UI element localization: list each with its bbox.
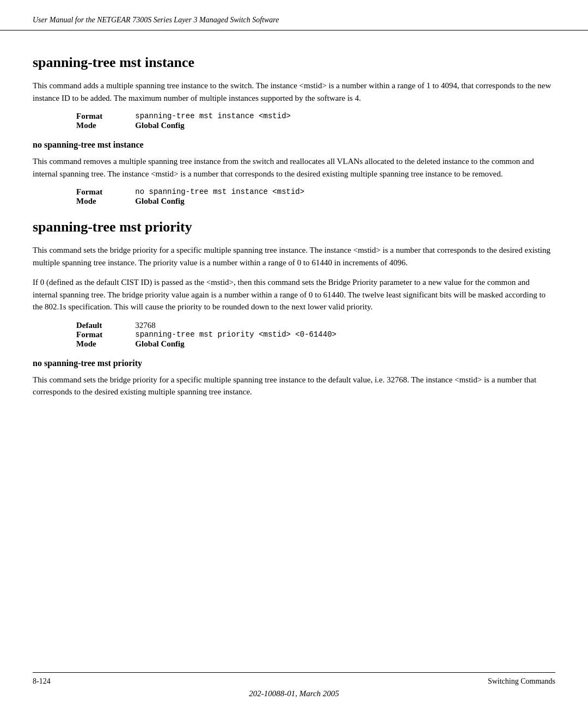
section1-subsection-format-row: Format no spanning-tree mst instance <ms… bbox=[76, 187, 304, 197]
section2-description1: This command sets the bridge priority fo… bbox=[33, 244, 555, 269]
section1-title: spanning-tree mst instance bbox=[33, 54, 555, 71]
section1-format-label: Format bbox=[76, 112, 135, 121]
footer: 8-124 Switching Commands 202-10088-01, M… bbox=[0, 667, 588, 706]
footer-date: 202-10088-01, March 2005 bbox=[249, 689, 339, 698]
section1-mode-row: Mode Global Config bbox=[76, 121, 291, 130]
footer-section: Switching Commands bbox=[488, 677, 555, 686]
section1-subsection-format-label: Format bbox=[76, 187, 135, 197]
section1-format-table: Format spanning-tree mst instance <mstid… bbox=[76, 112, 291, 130]
section2-format-table: Default 32768 Format spanning-tree mst p… bbox=[76, 321, 336, 349]
section2-mode-row: Mode Global Config bbox=[76, 339, 336, 349]
section1-subsection-description: This command removes a multiple spanning… bbox=[33, 155, 555, 180]
section2-default-value: 32768 bbox=[135, 321, 336, 330]
section1-format-row: Format spanning-tree mst instance <mstid… bbox=[76, 112, 291, 121]
section2-format-label: Format bbox=[76, 330, 135, 339]
section1-subsection-mode-value: Global Config bbox=[135, 197, 304, 206]
section1-subsection-format-value: no spanning-tree mst instance <mstid> bbox=[135, 187, 304, 197]
section2-format-value: spanning-tree mst priority <mstid> <0-61… bbox=[135, 330, 336, 339]
section1-subsection-title: no spanning-tree mst instance bbox=[33, 140, 555, 150]
section2-default-row: Default 32768 bbox=[76, 321, 336, 330]
footer-page-number: 8-124 bbox=[33, 677, 51, 686]
section2-mode-value: Global Config bbox=[135, 339, 336, 349]
content: spanning-tree mst instance This command … bbox=[0, 31, 588, 706]
section2-subsection-title: no spanning-tree mst priority bbox=[33, 358, 555, 368]
page: User Manual for the NETGEAR 7300S Series… bbox=[0, 0, 588, 706]
header: User Manual for the NETGEAR 7300S Series… bbox=[0, 0, 588, 31]
footer-bottom: 202-10088-01, March 2005 bbox=[33, 689, 555, 698]
section2-mode-label: Mode bbox=[76, 339, 135, 349]
section2-description2: If 0 (defined as the default CIST ID) is… bbox=[33, 276, 555, 313]
section1-subsection-mode-row: Mode Global Config bbox=[76, 197, 304, 206]
section1-description: This command adds a multiple spanning tr… bbox=[33, 80, 555, 104]
section2-default-label: Default bbox=[76, 321, 135, 330]
section2-title: spanning-tree mst priority bbox=[33, 219, 555, 235]
section2-subsection-description: This command sets the bridge priority fo… bbox=[33, 374, 555, 398]
section1-subsection-format-table: Format no spanning-tree mst instance <ms… bbox=[76, 187, 304, 206]
footer-top-line: 8-124 Switching Commands bbox=[33, 672, 555, 686]
section1-subsection-mode-label: Mode bbox=[76, 197, 135, 206]
section2-format-row: Format spanning-tree mst priority <mstid… bbox=[76, 330, 336, 339]
header-text: User Manual for the NETGEAR 7300S Series… bbox=[33, 16, 279, 24]
section1-mode-value: Global Config bbox=[135, 121, 291, 130]
section1-mode-label: Mode bbox=[76, 121, 135, 130]
section1-format-value: spanning-tree mst instance <mstid> bbox=[135, 112, 291, 121]
